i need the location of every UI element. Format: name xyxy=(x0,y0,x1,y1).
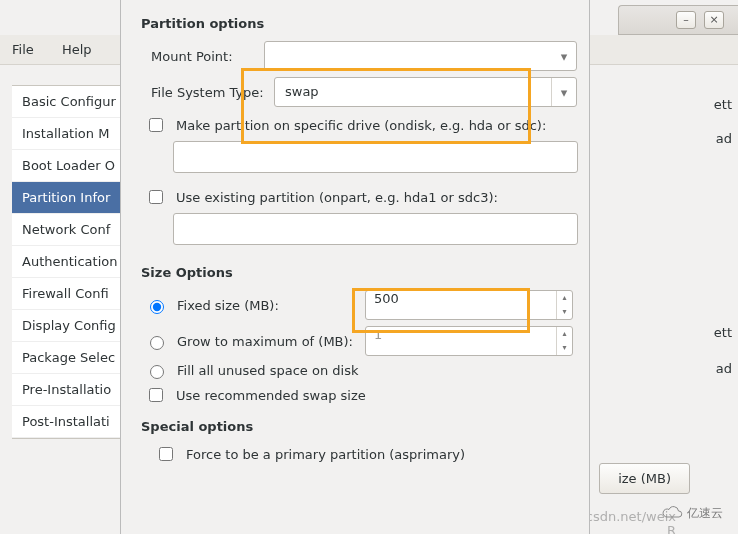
spin-up-icon[interactable]: ▴ xyxy=(557,291,572,305)
ondisk-label: Make partition on specific drive (ondisk… xyxy=(176,118,546,133)
bg-frag: ett xyxy=(714,325,732,340)
size-options-title: Size Options xyxy=(141,265,577,280)
fixed-size-input[interactable] xyxy=(366,291,556,305)
fixed-size-label: Fixed size (MB): xyxy=(177,298,355,313)
onpart-input[interactable] xyxy=(173,213,578,245)
grow-radio[interactable] xyxy=(150,336,164,350)
fixed-size-radio[interactable] xyxy=(150,300,164,314)
fixed-size-spinner[interactable]: ▴▾ xyxy=(365,290,573,320)
bg-frag: ad xyxy=(716,361,732,376)
mount-point-combo[interactable]: ▾ xyxy=(264,41,577,71)
yisu-logo: 亿速云 xyxy=(660,498,732,528)
mount-point-label: Mount Point: xyxy=(151,49,256,64)
close-button[interactable]: × xyxy=(704,11,724,29)
special-options-title: Special options xyxy=(141,419,577,434)
fs-type-value: swap xyxy=(275,78,552,106)
fill-label: Fill all unused space on disk xyxy=(177,363,358,378)
partition-options-title: Partition options xyxy=(141,16,577,31)
ondisk-input[interactable] xyxy=(173,141,578,173)
menu-help[interactable]: Help xyxy=(50,35,104,64)
minimize-button[interactable]: – xyxy=(676,11,696,29)
bg-frag: ett xyxy=(714,97,732,112)
spin-down-icon[interactable]: ▾ xyxy=(557,341,572,355)
ondisk-checkbox[interactable] xyxy=(149,118,163,132)
size-column-header: ize (MB) xyxy=(599,463,690,494)
asprimary-checkbox[interactable] xyxy=(159,447,173,461)
recommended-swap-label: Use recommended swap size xyxy=(176,388,366,403)
spin-down-icon[interactable]: ▾ xyxy=(557,305,572,319)
chevron-down-icon: ▾ xyxy=(552,49,576,64)
recommended-swap-checkbox[interactable] xyxy=(149,388,163,402)
ondisk-row: Make partition on specific drive (ondisk… xyxy=(145,115,577,135)
partition-dialog: Partition options Mount Point: ▾ File Sy… xyxy=(120,0,590,534)
spin-up-icon[interactable]: ▴ xyxy=(557,327,572,341)
bg-frag: ad xyxy=(716,131,732,146)
grow-spinner[interactable]: ▴▾ xyxy=(365,326,573,356)
menu-file[interactable]: File xyxy=(0,35,46,64)
asprimary-label: Force to be a primary partition (asprima… xyxy=(186,447,465,462)
onpart-row: Use existing partition (onpart, e.g. hda… xyxy=(145,187,577,207)
fs-type-label: File System Type: xyxy=(151,85,266,100)
background-fragments: ett ad ett ad ize (MB) xyxy=(598,85,738,505)
onpart-label: Use existing partition (onpart, e.g. hda… xyxy=(176,190,498,205)
onpart-checkbox[interactable] xyxy=(149,190,163,204)
fs-type-combo[interactable]: swap ▾ xyxy=(274,77,577,107)
logo-text: 亿速云 xyxy=(687,505,723,522)
grow-input[interactable] xyxy=(366,327,556,341)
chevron-down-icon: ▾ xyxy=(552,85,576,100)
grow-label: Grow to maximum of (MB): xyxy=(177,334,355,349)
cloud-icon xyxy=(660,504,684,522)
fill-radio[interactable] xyxy=(150,365,164,379)
